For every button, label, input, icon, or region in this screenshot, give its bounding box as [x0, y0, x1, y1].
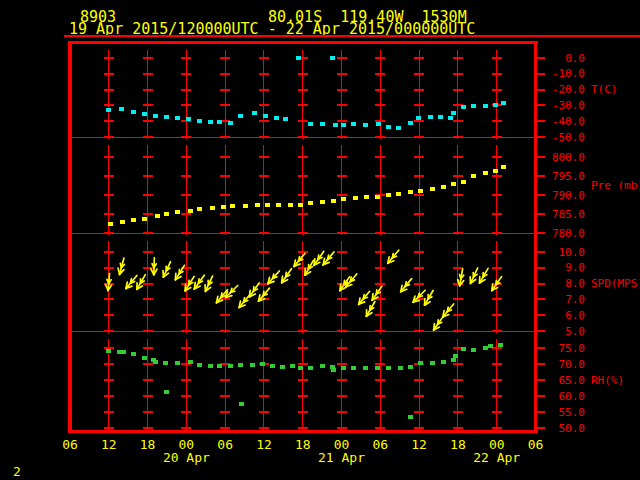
x-date-label: 22 Apr: [467, 451, 527, 464]
y-tick-label: 70.0: [535, 359, 585, 370]
y-tick-label: 50.0: [535, 423, 585, 434]
y-tick-label: 10.0: [535, 247, 585, 258]
y-tick-label: 8.0: [535, 278, 585, 289]
x-tick-label: 18: [444, 438, 472, 451]
y-tick-label: -30.0: [535, 100, 585, 111]
y-tick-label: 790.0: [535, 190, 585, 201]
y-tick-label: 800.0: [535, 152, 585, 163]
page-number: 2: [13, 465, 21, 478]
y-tick-label: 795.0: [535, 171, 585, 182]
y-tick-label: 780.0: [535, 228, 585, 239]
x-tick-label: 18: [134, 438, 162, 451]
panel-unit-label: Pre (mb): [591, 180, 640, 191]
x-tick-label: 12: [250, 438, 278, 451]
y-tick-label: 75.0: [535, 343, 585, 354]
x-date-label: 20 Apr: [156, 451, 216, 464]
y-tick-label: 785.0: [535, 209, 585, 220]
y-tick-label: 0.0: [535, 53, 585, 64]
y-tick-label: 6.0: [535, 310, 585, 321]
x-tick-label: 12: [405, 438, 433, 451]
y-tick-label: 55.0: [535, 407, 585, 418]
x-date-label: 21 Apr: [312, 451, 372, 464]
x-tick-label: 06: [366, 438, 394, 451]
y-tick-label: -50.0: [535, 132, 585, 143]
panel-unit-label: T(C): [591, 84, 618, 95]
y-tick-label: -40.0: [535, 116, 585, 127]
y-tick-label: 5.0: [535, 326, 585, 337]
y-tick-label: 7.0: [535, 294, 585, 305]
x-tick-label: 18: [289, 438, 317, 451]
y-tick-label: 9.0: [535, 262, 585, 273]
x-tick-label: 12: [95, 438, 123, 451]
y-tick-label: -20.0: [535, 84, 585, 95]
x-tick-label: 06: [522, 438, 550, 451]
panel-unit-label: RH(%): [591, 375, 624, 386]
y-tick-label: -10.0: [535, 68, 585, 79]
axis-labels: 0.0-10.0-20.0-30.0-40.0-50.0T(C)800.0795…: [0, 0, 640, 480]
meteogram-screen: 8903 80.01S 119.40W 1530M 19 Apr 2015/12…: [0, 0, 640, 480]
x-tick-label: 06: [211, 438, 239, 451]
x-tick-label: 06: [56, 438, 84, 451]
y-tick-label: 60.0: [535, 391, 585, 402]
y-tick-label: 65.0: [535, 375, 585, 386]
panel-unit-label: SPD(MPS): [591, 278, 640, 289]
